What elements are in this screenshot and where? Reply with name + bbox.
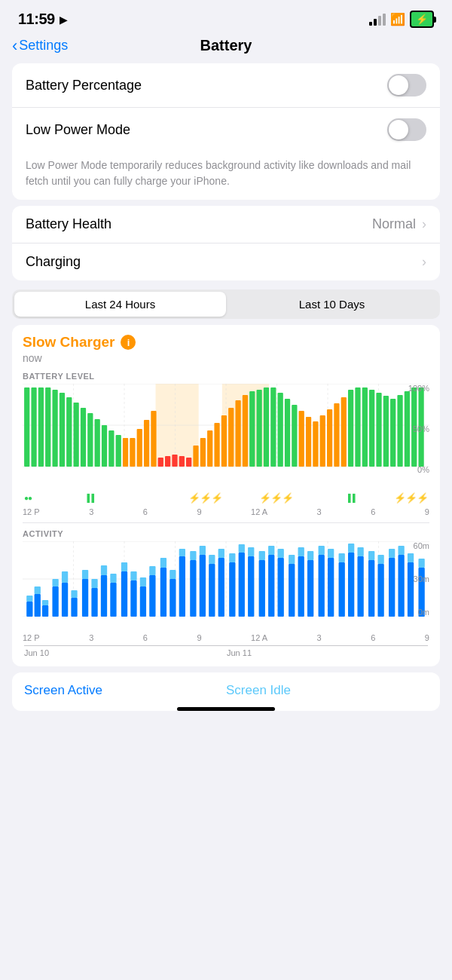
svg-rect-41 xyxy=(228,408,234,467)
svg-rect-119 xyxy=(218,558,224,617)
navigation-icon: ▶ xyxy=(60,14,68,26)
low-power-mode-row: Low Power Mode xyxy=(12,108,440,152)
svg-rect-137 xyxy=(307,560,313,617)
svg-rect-133 xyxy=(289,564,295,617)
svg-rect-60 xyxy=(362,387,368,467)
svg-rect-109 xyxy=(170,579,176,617)
svg-rect-108 xyxy=(160,558,166,568)
battery-health-value: Normal xyxy=(372,216,416,232)
svg-rect-131 xyxy=(278,558,284,617)
svg-rect-84 xyxy=(42,600,48,605)
svg-rect-95 xyxy=(101,575,107,617)
battery-level-chart-label: BATTERY LEVEL xyxy=(23,372,429,381)
svg-rect-82 xyxy=(35,586,41,594)
back-button[interactable]: ‹ Settings xyxy=(12,36,68,56)
battery-health-row[interactable]: Battery Health Normal › xyxy=(12,206,440,243)
svg-rect-98 xyxy=(110,574,116,583)
svg-rect-120 xyxy=(218,549,224,558)
x-label-3b: 3 xyxy=(317,507,322,516)
activity-y-30: 30m xyxy=(414,574,429,583)
svg-rect-25 xyxy=(116,435,121,467)
svg-rect-104 xyxy=(140,577,146,586)
svg-rect-138 xyxy=(307,551,313,560)
svg-rect-117 xyxy=(209,564,215,617)
date-jun11: Jun 11 xyxy=(225,645,428,657)
activity-svg xyxy=(23,541,429,617)
screen-usage-card: Screen Active Screen Idle xyxy=(12,672,440,711)
ax-label-9b: 9 xyxy=(425,633,429,642)
svg-rect-88 xyxy=(62,571,68,583)
svg-rect-18 xyxy=(66,397,72,467)
svg-rect-152 xyxy=(377,555,383,564)
info-button[interactable]: i xyxy=(121,335,136,350)
svg-rect-46 xyxy=(264,387,269,467)
battery-health-label: Battery Health xyxy=(26,216,111,232)
svg-rect-147 xyxy=(357,556,363,617)
svg-rect-103 xyxy=(140,586,146,617)
low-power-mode-toggle[interactable] xyxy=(387,118,426,141)
charging-row[interactable]: Charging › xyxy=(12,243,440,280)
svg-rect-118 xyxy=(209,555,215,564)
svg-rect-115 xyxy=(200,555,206,617)
battery-x-labels: 12 P 3 6 9 12 A 3 6 9 xyxy=(23,506,429,519)
battery-percentage-toggle[interactable] xyxy=(387,74,426,96)
svg-rect-83 xyxy=(42,605,48,617)
svg-rect-89 xyxy=(71,598,77,617)
svg-rect-23 xyxy=(102,425,107,467)
activity-y-labels: 60m 30m 0m xyxy=(414,541,429,617)
svg-rect-44 xyxy=(249,391,255,467)
back-label: Settings xyxy=(19,38,68,54)
svg-rect-145 xyxy=(348,553,354,617)
activity-chart-label: ACTIVITY xyxy=(23,529,429,538)
svg-rect-17 xyxy=(60,393,65,467)
svg-rect-14 xyxy=(38,387,44,467)
svg-rect-142 xyxy=(328,549,334,558)
svg-rect-122 xyxy=(229,553,235,562)
slow-charger-label: Slow Charger xyxy=(23,334,115,351)
segment-tab-24h[interactable]: Last 24 Hours xyxy=(14,292,226,317)
svg-rect-48 xyxy=(278,393,283,467)
chevron-right-icon: › xyxy=(422,216,426,232)
status-bar: 11:59 ▶ 📶 ⚡ xyxy=(0,0,452,34)
svg-rect-36 xyxy=(193,446,198,467)
ax-label-3: 3 xyxy=(89,633,93,642)
svg-rect-99 xyxy=(121,571,127,617)
svg-rect-64 xyxy=(390,399,396,467)
segment-tab-10d[interactable]: Last 10 Days xyxy=(226,292,438,317)
svg-rect-67 xyxy=(411,387,417,467)
svg-rect-56 xyxy=(334,403,339,467)
svg-rect-130 xyxy=(268,546,274,555)
charging-indicators-row: ●● ▌▌ ⚡⚡⚡ ⚡⚡⚡ ▌▌ ⚡⚡⚡ xyxy=(23,489,429,506)
svg-rect-32 xyxy=(165,456,170,467)
svg-rect-149 xyxy=(368,560,374,617)
ax-label-12p: 12 P xyxy=(23,633,40,642)
svg-rect-53 xyxy=(313,421,318,467)
svg-rect-43 xyxy=(243,395,248,467)
wifi-icon: 📶 xyxy=(390,12,405,26)
svg-rect-148 xyxy=(357,547,363,556)
battery-bolt: ⚡ xyxy=(416,14,428,25)
battery-charging-icon: ⚡ xyxy=(410,11,434,28)
svg-rect-12 xyxy=(24,387,29,467)
svg-rect-57 xyxy=(341,397,347,467)
svg-rect-143 xyxy=(339,562,345,617)
svg-rect-52 xyxy=(306,417,311,467)
svg-rect-116 xyxy=(200,546,206,555)
toggle-knob-2 xyxy=(389,120,408,139)
signal-bar-2 xyxy=(374,19,377,26)
svg-rect-24 xyxy=(108,430,114,467)
svg-rect-22 xyxy=(95,419,100,467)
svg-rect-65 xyxy=(397,395,402,467)
svg-rect-112 xyxy=(179,549,185,556)
svg-rect-87 xyxy=(62,583,68,617)
battery-svg xyxy=(23,384,429,474)
now-label: now xyxy=(23,352,429,364)
svg-rect-90 xyxy=(71,590,77,598)
svg-rect-123 xyxy=(239,553,245,617)
svg-rect-28 xyxy=(137,429,142,467)
svg-rect-54 xyxy=(320,415,325,467)
home-indicator xyxy=(177,707,275,711)
battery-level-chart: 100% 50% 0% xyxy=(23,384,429,489)
svg-rect-97 xyxy=(110,583,116,617)
screen-usage-row: Screen Active Screen Idle xyxy=(24,683,428,698)
